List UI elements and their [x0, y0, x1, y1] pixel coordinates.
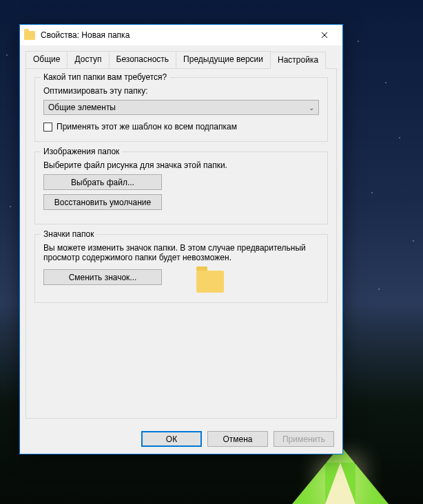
group-folder-type: Какой тип папки вам требуется? Оптимизир… — [34, 77, 328, 142]
close-button[interactable] — [311, 25, 338, 45]
group-folder-type-title: Какой тип папки вам требуется? — [41, 72, 169, 82]
change-icon-button[interactable]: Сменить значок... — [43, 269, 162, 285]
cancel-button[interactable]: Отмена — [207, 431, 268, 447]
chevron-down-icon: ⌄ — [309, 104, 314, 112]
apply-subfolders-row: Применять этот же шаблон ко всем подпапк… — [43, 122, 319, 132]
optimize-select-value: Общие элементы — [48, 103, 116, 112]
apply-button[interactable]: Применить — [274, 431, 334, 447]
optimize-select[interactable]: Общие элементы ⌄ — [43, 100, 319, 115]
group-folder-images-title: Изображения папок — [41, 147, 122, 156]
tab-customize[interactable]: Настройка — [270, 52, 326, 69]
tab-content: Какой тип папки вам требуется? Оптимизир… — [25, 68, 337, 419]
dialog-footer: ОК Отмена Применить — [20, 424, 342, 454]
window-title: Свойства: Новая папка — [41, 30, 311, 40]
restore-default-button[interactable]: Восстановить умолчание — [43, 194, 162, 210]
apply-subfolders-label: Применять этот же шаблон ко всем подпапк… — [56, 122, 237, 132]
apply-subfolders-checkbox[interactable] — [43, 123, 52, 132]
folder-images-desc: Выберите файл рисунка для значка этой па… — [43, 160, 319, 170]
optimize-label: Оптимизировать эту папку: — [43, 86, 319, 96]
folder-icon — [24, 31, 35, 40]
choose-file-button[interactable]: Выбрать файл... — [43, 174, 162, 190]
tab-row: Общие Доступ Безопасность Предыдущие вер… — [20, 45, 342, 68]
close-icon — [321, 32, 328, 39]
group-folder-icons: Значки папок Вы можете изменить значок п… — [34, 234, 328, 303]
ok-button[interactable]: ОК — [141, 431, 202, 447]
titlebar: Свойства: Новая папка — [20, 25, 342, 45]
properties-dialog: Свойства: Новая папка Общие Доступ Безоп… — [19, 24, 343, 454]
group-folder-images: Изображения папок Выберите файл рисунка … — [34, 151, 328, 224]
tab-security[interactable]: Безопасность — [109, 51, 177, 68]
folder-icons-desc: Вы можете изменить значок папки. В этом … — [43, 243, 319, 262]
tab-general[interactable]: Общие — [25, 51, 68, 68]
group-folder-icons-title: Значки папок — [41, 229, 96, 239]
tab-previous-versions[interactable]: Предыдущие версии — [176, 51, 271, 68]
tab-sharing[interactable]: Доступ — [67, 51, 109, 68]
folder-preview-icon — [196, 271, 224, 293]
